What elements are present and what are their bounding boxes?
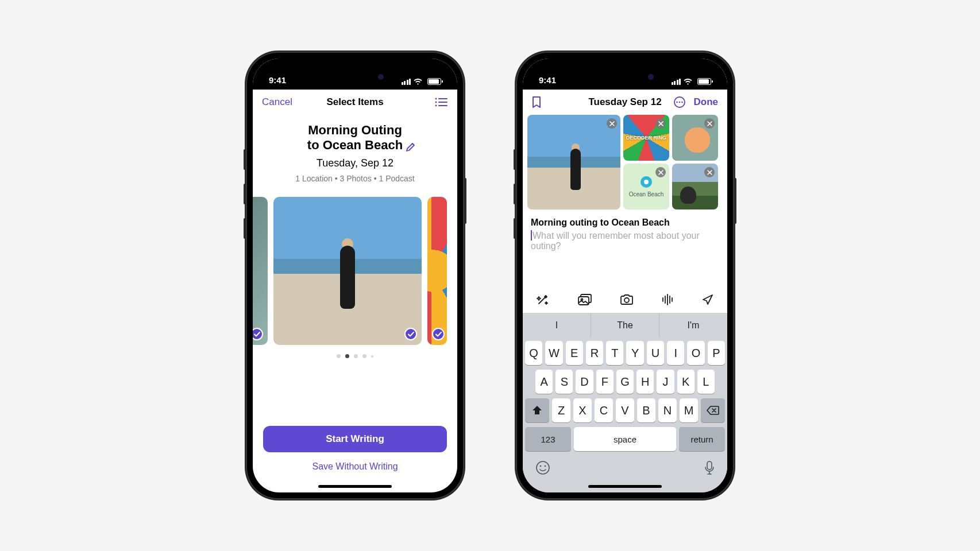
remove-attachment-icon[interactable] <box>655 118 666 129</box>
key[interactable]: E <box>566 341 583 365</box>
keyboard-row-1: Q W E R T Y U I O P <box>523 341 727 365</box>
home-indicator[interactable] <box>588 485 662 488</box>
return-key[interactable]: return <box>679 427 725 451</box>
phone-compose-entry: 9:41 Tuesday Sep 12 <box>516 52 734 499</box>
suggestion[interactable]: The <box>591 313 659 337</box>
key[interactable]: X <box>573 398 592 422</box>
space-key[interactable]: space <box>574 427 676 451</box>
map-label: Ocean Beach <box>629 191 664 197</box>
camera-icon[interactable] <box>620 294 634 305</box>
key[interactable]: G <box>616 370 634 394</box>
attachments-grid: DECODER RING Ocean Beach <box>523 115 727 209</box>
nav-bar: Tuesday Sep 12 Done <box>523 90 727 115</box>
shift-key[interactable] <box>525 398 549 422</box>
svg-point-9 <box>681 102 683 103</box>
svg-point-12 <box>624 298 629 302</box>
key[interactable]: T <box>606 341 623 365</box>
key[interactable]: A <box>535 370 553 394</box>
key[interactable]: Z <box>552 398 570 422</box>
key[interactable]: L <box>697 370 715 394</box>
keyboard-suggestions: I The I'm <box>523 313 727 337</box>
key[interactable]: Q <box>525 341 542 365</box>
svg-point-1 <box>435 102 437 103</box>
attachment-location[interactable]: Ocean Beach <box>623 164 669 209</box>
svg-point-2 <box>435 105 437 107</box>
entry-prompt[interactable]: What will you remember most about your o… <box>531 230 719 251</box>
selected-check-icon[interactable] <box>432 328 445 340</box>
key[interactable]: B <box>637 398 655 422</box>
numbers-key[interactable]: 123 <box>525 427 571 451</box>
moment-title[interactable]: Morning Outing to Ocean Beach <box>307 123 403 153</box>
location-icon[interactable] <box>702 294 713 305</box>
key[interactable]: S <box>555 370 573 394</box>
moment-header: Morning Outing to Ocean Beach Tuesday, S… <box>253 115 457 190</box>
more-icon[interactable] <box>673 96 686 108</box>
done-button[interactable]: Done <box>694 96 719 108</box>
entry-title: Morning outing to Ocean Beach <box>531 218 719 228</box>
dynamic-island <box>319 67 391 87</box>
svg-point-0 <box>435 98 437 100</box>
svg-rect-21 <box>707 461 712 469</box>
start-writing-button[interactable]: Start Writing <box>263 426 447 452</box>
key[interactable]: M <box>680 398 698 422</box>
key[interactable]: I <box>667 341 684 365</box>
key[interactable]: H <box>636 370 654 394</box>
home-indicator[interactable] <box>318 485 392 488</box>
remove-attachment-icon[interactable] <box>704 118 715 129</box>
media-card-current[interactable] <box>273 197 422 345</box>
key[interactable]: C <box>595 398 613 422</box>
media-card-next[interactable] <box>427 197 447 345</box>
media-carousel[interactable] <box>253 197 457 345</box>
svg-point-8 <box>678 102 680 103</box>
key[interactable]: V <box>616 398 634 422</box>
suggestion[interactable]: I'm <box>659 313 727 337</box>
key[interactable]: J <box>657 370 674 394</box>
gallery-icon[interactable] <box>577 293 592 306</box>
edit-title-icon[interactable] <box>406 142 415 152</box>
backspace-key[interactable] <box>701 398 725 422</box>
keyboard[interactable]: I The I'm Q W E R T Y U I O P A <box>523 313 727 492</box>
attachment-photo-dog[interactable] <box>672 164 718 209</box>
remove-attachment-icon[interactable] <box>655 167 666 177</box>
dynamic-island <box>589 67 661 87</box>
key[interactable]: K <box>677 370 695 394</box>
selected-check-icon[interactable] <box>253 328 263 340</box>
battery-icon <box>697 78 711 85</box>
key[interactable]: W <box>545 341 562 365</box>
screen: 9:41 Tuesday Sep 12 <box>523 59 727 492</box>
key[interactable]: U <box>647 341 664 365</box>
suggestion[interactable]: I <box>523 313 591 337</box>
key[interactable]: Y <box>626 341 643 365</box>
cancel-button[interactable]: Cancel <box>262 96 292 108</box>
screen: 9:41 Cancel Select Items <box>253 59 457 492</box>
entry-text-area[interactable]: Morning outing to Ocean Beach What will … <box>523 209 727 259</box>
attachment-photo-surfer[interactable] <box>527 115 620 209</box>
bookmark-icon[interactable] <box>532 96 541 108</box>
entry-placeholder: What will you remember most about your o… <box>531 231 700 251</box>
list-icon[interactable] <box>434 97 448 107</box>
media-card-prev[interactable] <box>253 197 268 345</box>
remove-attachment-icon[interactable] <box>607 118 617 129</box>
save-without-writing-button[interactable]: Save Without Writing <box>263 461 447 472</box>
key[interactable]: D <box>576 370 593 394</box>
magic-icon[interactable] <box>537 293 549 306</box>
key[interactable]: N <box>658 398 677 422</box>
compose-toolbar <box>523 286 727 313</box>
key[interactable]: F <box>596 370 614 394</box>
moment-date[interactable]: Tuesday, Sep 12 <box>267 157 443 169</box>
svg-point-18 <box>537 461 549 474</box>
emoji-key[interactable] <box>535 460 550 475</box>
key[interactable]: O <box>687 341 704 365</box>
key[interactable]: P <box>708 341 725 365</box>
audio-icon[interactable] <box>661 293 674 306</box>
remove-attachment-icon[interactable] <box>704 167 715 177</box>
nav-bar: Cancel Select Items <box>253 90 457 115</box>
selected-check-icon[interactable] <box>404 328 417 340</box>
attachment-photo-shell[interactable] <box>672 115 718 161</box>
dictation-key[interactable] <box>704 460 715 475</box>
attachment-podcast[interactable]: DECODER RING <box>623 115 669 161</box>
moment-meta: 1 Location • 3 Photos • 1 Podcast <box>267 174 443 183</box>
key[interactable]: R <box>586 341 603 365</box>
cellular-icon <box>402 79 411 85</box>
actions: Start Writing Save Without Writing <box>253 426 457 492</box>
